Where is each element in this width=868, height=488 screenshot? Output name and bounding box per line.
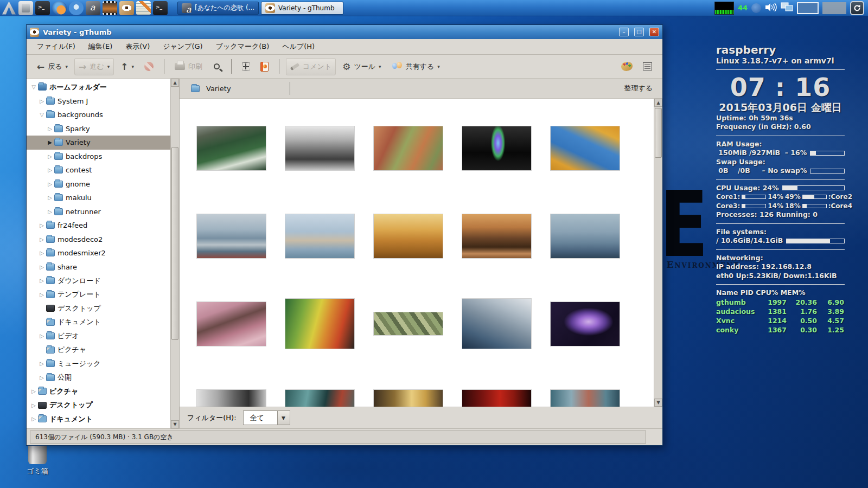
- sidebar-item-system-j[interactable]: ▷System J: [27, 94, 170, 108]
- sidebar-item-share[interactable]: ▷share: [27, 260, 170, 274]
- expander-icon[interactable]: ▷: [46, 209, 54, 215]
- fullscreen-button[interactable]: [238, 59, 254, 74]
- gthumb-app-icon[interactable]: [119, 1, 134, 15]
- search-button[interactable]: [209, 59, 225, 74]
- expander-icon[interactable]: ▷: [38, 375, 46, 381]
- expander-icon[interactable]: ▷: [30, 388, 37, 394]
- trash-desktop-icon[interactable]: ゴミ箱: [18, 441, 56, 476]
- thumbnail-autumn-canopy-blue-sky[interactable]: [551, 126, 620, 170]
- sidebar-item-backdrops[interactable]: ▷backdrops: [27, 150, 170, 164]
- thumbnail-autumn-leaves-closeup[interactable]: [374, 126, 443, 170]
- app-menu-arrow-icon[interactable]: [2, 1, 16, 15]
- edit-colors-button[interactable]: [617, 59, 636, 74]
- sidebar-item-desktop-root[interactable]: ▷デスクトップ: [27, 399, 170, 413]
- workspace-pager[interactable]: [797, 2, 819, 14]
- maximize-button[interactable]: □: [634, 28, 644, 36]
- sidebar-item-netrunner[interactable]: ▷netrunner: [27, 205, 170, 219]
- sidebar-item-templates[interactable]: ▷テンプレート: [27, 288, 170, 302]
- expander-icon[interactable]: ▽: [38, 112, 46, 118]
- expander-icon[interactable]: ▷: [38, 222, 46, 228]
- menu-edit[interactable]: 編集(E): [84, 40, 117, 54]
- sidebar-item-modesmixer2[interactable]: ▷modesmixer2: [27, 246, 170, 260]
- thumbnail-purple-nebula[interactable]: [551, 302, 620, 346]
- expander-icon[interactable]: ▷: [38, 98, 46, 104]
- titlebar[interactable]: Variety - gThumb – □ ✕: [27, 25, 662, 39]
- sidebar-item-pictures-root[interactable]: ▷ピクチャ: [27, 384, 170, 399]
- sidebar-scroll-thumb[interactable]: [171, 147, 178, 341]
- menu-file[interactable]: ファイル(F): [32, 40, 80, 54]
- expander-icon[interactable]: ▷: [38, 361, 46, 367]
- expander-icon[interactable]: ▷: [38, 236, 46, 242]
- expander-icon[interactable]: ▷: [38, 250, 46, 256]
- menu-view[interactable]: 表示(V): [120, 40, 155, 54]
- thumbnail-gothic-cathedral-grayscale[interactable]: [285, 126, 354, 170]
- thumbnail-autumn-forest-path[interactable]: [374, 214, 443, 258]
- current-folder-button[interactable]: Variety: [186, 82, 235, 95]
- task-button-audacious[interactable]: [あなたへの恋歌 (...: [177, 2, 259, 15]
- text-editor-app-icon[interactable]: [136, 1, 151, 15]
- chromium-app-icon[interactable]: [69, 1, 84, 15]
- thumbnail-teal-branches-red-berries[interactable]: [285, 390, 354, 407]
- sidebar-scroll-track[interactable]: [171, 87, 179, 420]
- logout-button[interactable]: [850, 1, 864, 15]
- sidebar-item-contest[interactable]: ▷contest: [27, 163, 170, 177]
- tray-status-icon[interactable]: [751, 3, 761, 13]
- expander-icon[interactable]: ▷: [38, 292, 46, 298]
- thumbnail-camouflage-banner[interactable]: [374, 312, 443, 335]
- sidebar-item-fr24feed[interactable]: ▷fr24feed: [27, 219, 170, 233]
- thumbnail-green-mountain-waterfall[interactable]: [197, 126, 266, 170]
- expander-icon[interactable]: ▷: [46, 195, 54, 201]
- menu-help[interactable]: ヘルプ(H): [277, 40, 320, 54]
- sidebar-item-gnome[interactable]: ▷gnome: [27, 177, 170, 191]
- sidebar-item-desktop[interactable]: デスクトップ: [27, 301, 170, 316]
- display-settings-icon[interactable]: [18, 1, 33, 15]
- sidebar-item-downloads[interactable]: ▷ダウンロード: [27, 274, 170, 288]
- comment-button[interactable]: コメント: [286, 58, 336, 75]
- sidebar-item-pictures[interactable]: ピクチャ: [27, 343, 170, 357]
- forward-button[interactable]: → 進む ▾: [74, 58, 114, 75]
- organize-button[interactable]: 整理する: [621, 81, 656, 95]
- thumbnail-scroll-thumb[interactable]: [655, 108, 662, 158]
- sidebar-item-documents-root[interactable]: ▷ドキュメント: [27, 412, 170, 426]
- filter-combobox[interactable]: 全て ▼: [243, 410, 290, 425]
- thumbnail-crimson-dark-forest[interactable]: [462, 390, 531, 407]
- stop-button[interactable]: [141, 59, 157, 74]
- print-button[interactable]: 印刷: [171, 59, 206, 75]
- sidebar-item-music[interactable]: ▷ミュージック: [27, 357, 170, 371]
- expander-icon[interactable]: ▷: [30, 416, 37, 422]
- up-button[interactable]: ↑ ▾: [117, 60, 138, 74]
- sidebar-item-backgrounds[interactable]: ▽backgrounds: [27, 108, 170, 122]
- thumbnail-rainbow-flame-lighter[interactable]: [462, 126, 531, 170]
- scroll-up-icon[interactable]: ▲: [654, 99, 662, 107]
- back-history-chevron-icon[interactable]: ▾: [66, 64, 68, 69]
- expander-icon[interactable]: ▶: [46, 139, 54, 145]
- tools-button[interactable]: ⚙ ツール ▾: [339, 59, 385, 75]
- thumbnail-sailboat-calm-dawn[interactable]: [285, 214, 354, 258]
- menu-go[interactable]: ジャンプ(G): [158, 40, 207, 54]
- expander-icon[interactable]: ▷: [30, 402, 37, 408]
- expander-icon[interactable]: ▷: [46, 167, 54, 173]
- video-player-app-icon[interactable]: [103, 1, 117, 15]
- thumbnail-volcano-ash-sunset[interactable]: [462, 214, 531, 258]
- scroll-down-icon[interactable]: ▼: [654, 399, 662, 407]
- sidebar-item-sparky[interactable]: ▷Sparky: [27, 122, 170, 136]
- close-button[interactable]: ✕: [649, 28, 659, 36]
- network-icon[interactable]: [781, 2, 793, 14]
- cpu-graph-monitor[interactable]: [714, 2, 734, 15]
- thumbnail-satellite-over-earth[interactable]: [462, 299, 531, 349]
- task-button-gthumb[interactable]: Variety - gThumb: [261, 2, 343, 15]
- sidebar-item-documents[interactable]: ドキュメント: [27, 316, 170, 330]
- thumbnail-golden-misty-forest[interactable]: [374, 390, 443, 407]
- expander-icon[interactable]: ▷: [46, 181, 54, 187]
- sidebar-scrollbar[interactable]: ▲ ▼: [170, 79, 179, 428]
- sidebar-item-variety[interactable]: ▶Variety: [27, 136, 170, 150]
- expander-icon[interactable]: ▷: [38, 278, 46, 284]
- minimize-button[interactable]: –: [619, 28, 629, 36]
- sidebar-item-modesdeco2[interactable]: ▷modesdeco2: [27, 233, 170, 247]
- filter-dropdown-icon[interactable]: ▼: [277, 411, 290, 425]
- sidebar-item-videos[interactable]: ▷ビデオ: [27, 329, 170, 343]
- thumbnail-teal-red-autumn-trees[interactable]: [551, 390, 620, 407]
- slideshow-button[interactable]: [257, 59, 272, 75]
- menu-bookmarks[interactable]: ブックマーク(B): [211, 40, 275, 54]
- thumbnail-scroll-track[interactable]: [654, 107, 662, 399]
